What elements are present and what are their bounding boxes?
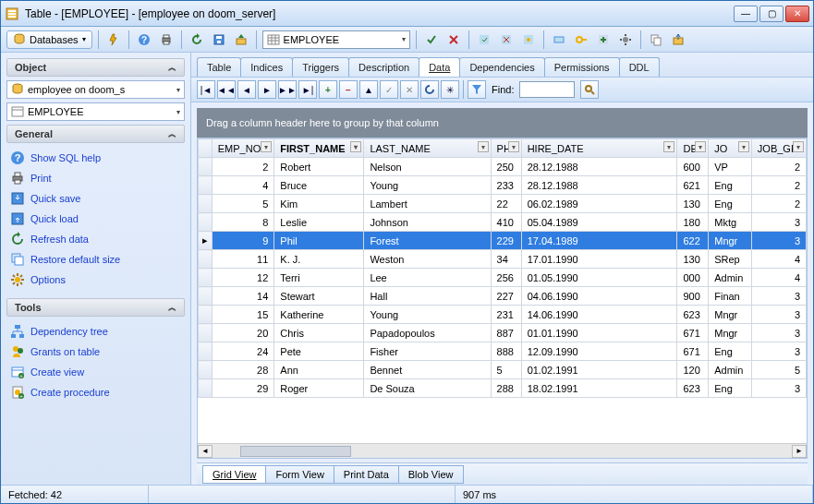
database-combo[interactable]: employee on doom_s ▾ [6, 80, 185, 99]
load-icon[interactable] [232, 30, 250, 49]
view-tab-print-data[interactable]: Print Data [334, 465, 399, 484]
cell-hire_date[interactable]: 01.05.1990 [521, 269, 677, 287]
cell-jo[interactable]: SRep [709, 250, 752, 269]
cell-emp_no[interactable]: 4 [212, 176, 274, 195]
cell-last_name[interactable]: Fisher [364, 342, 491, 361]
tab-permissions[interactable]: Permissions [544, 57, 620, 77]
cell-de[interactable]: 900 [677, 287, 709, 306]
menu-item-show-sql-help[interactable]: ?Show SQL help [10, 149, 181, 167]
tab-dependencies[interactable]: Dependencies [459, 57, 544, 77]
last-record-button[interactable]: ►| [298, 80, 317, 99]
find-input[interactable] [519, 81, 575, 98]
cell-first_name[interactable]: Terri [274, 269, 364, 287]
cell-ph[interactable]: 227 [491, 287, 521, 306]
table-combo[interactable]: EMPLOYEE ▾ [262, 30, 410, 49]
cell-de[interactable]: 671 [677, 324, 709, 342]
cell-first_name[interactable]: Pete [274, 342, 364, 361]
tab-data[interactable]: Data [419, 57, 460, 77]
view-tab-grid-view[interactable]: Grid View [202, 465, 266, 484]
cell-job_gr[interactable]: 3 [751, 324, 806, 342]
cell-jo[interactable]: Mngr [709, 306, 752, 324]
cell-job_gr[interactable]: 2 [751, 195, 806, 213]
cell-job_gr[interactable]: 4 [751, 269, 806, 287]
cell-de[interactable]: 120 [677, 361, 709, 379]
scroll-thumb[interactable] [240, 446, 351, 457]
cell-jo[interactable]: Admin [709, 361, 752, 379]
gear-icon[interactable] [616, 30, 635, 49]
column-header-ph[interactable]: PH▾ [491, 139, 521, 158]
column-header-emp_no[interactable]: EMP_NO▾ [212, 139, 274, 158]
cell-ph[interactable]: 22 [491, 195, 521, 213]
cell-last_name[interactable]: De Souza [364, 379, 491, 398]
table-row[interactable]: ▸9PhilForest22917.04.1989622Mngr3 [199, 232, 807, 250]
cell-jo[interactable]: Eng [709, 176, 752, 195]
cell-emp_no[interactable]: 8 [212, 213, 274, 232]
cell-first_name[interactable]: Ann [274, 361, 364, 379]
cell-hire_date[interactable]: 01.01.1990 [521, 324, 677, 342]
table-row[interactable]: 20ChrisPapadopoulos88701.01.1990671Mngr3 [199, 324, 807, 342]
cell-emp_no[interactable]: 15 [212, 306, 274, 324]
cell-jo[interactable]: Mngr [709, 232, 752, 250]
table-combo-side[interactable]: EMPLOYEE ▾ [6, 102, 185, 121]
cell-jo[interactable]: Eng [709, 195, 752, 213]
table-row[interactable]: 28AnnBennet501.02.1991120Admin5 [199, 361, 807, 379]
cell-emp_no[interactable]: 28 [212, 361, 274, 379]
cell-emp_no[interactable]: 11 [212, 250, 274, 269]
table-row[interactable]: 8LeslieJohnson41005.04.1989180Mktg3 [199, 213, 807, 232]
cell-first_name[interactable]: Kim [274, 195, 364, 213]
filter-icon[interactable]: ▾ [350, 141, 361, 152]
table-row[interactable]: 14StewartHall22704.06.1990900Finan3 [199, 287, 807, 306]
cell-jo[interactable]: VP [709, 158, 752, 176]
cell-first_name[interactable]: K. J. [274, 250, 364, 269]
menu-item-print[interactable]: Print [10, 169, 181, 187]
cell-jo[interactable]: Mktg [709, 213, 752, 232]
delete-button[interactable]: − [339, 80, 358, 99]
cell-jo[interactable]: Admin [709, 269, 752, 287]
check-icon[interactable] [422, 30, 441, 49]
cell-hire_date[interactable]: 17.04.1989 [521, 232, 677, 250]
filter-icon[interactable]: ▾ [261, 141, 272, 152]
post-button[interactable]: ✓ [380, 80, 398, 99]
action-icon[interactable] [497, 30, 516, 49]
cell-hire_date[interactable]: 04.06.1990 [521, 287, 677, 306]
cell-job_gr[interactable]: 3 [751, 342, 806, 361]
cell-last_name[interactable]: Papadopoulos [364, 324, 491, 342]
cell-last_name[interactable]: Young [364, 306, 491, 324]
save-icon[interactable] [210, 30, 228, 49]
object-header[interactable]: Object ︽ [6, 58, 185, 77]
export-icon[interactable] [669, 30, 687, 49]
cell-emp_no[interactable]: 24 [212, 342, 274, 361]
refresh-button[interactable] [420, 80, 439, 99]
cell-job_gr[interactable]: 2 [751, 176, 806, 195]
cross-icon[interactable] [444, 30, 463, 49]
action-icon[interactable] [475, 30, 493, 49]
filter-button[interactable] [468, 80, 486, 99]
table-row[interactable]: 11K. J.Weston3417.01.1990130SRep4 [199, 250, 807, 269]
table-row[interactable]: 2RobertNelson25028.12.1988600VP2 [199, 158, 807, 176]
view-tab-form-view[interactable]: Form View [265, 465, 334, 484]
scroll-right-icon[interactable]: ► [792, 445, 807, 458]
cell-emp_no[interactable]: 5 [212, 195, 274, 213]
cell-de[interactable]: 130 [677, 195, 709, 213]
maximize-button[interactable]: ▢ [759, 6, 784, 22]
cell-first_name[interactable]: Roger [274, 379, 364, 398]
filter-icon[interactable]: ▾ [663, 141, 674, 152]
cell-emp_no[interactable]: 29 [212, 379, 274, 398]
tab-indices[interactable]: Indices [240, 57, 293, 77]
cell-last_name[interactable]: Young [364, 176, 491, 195]
cell-job_gr[interactable]: 3 [751, 379, 806, 398]
cell-first_name[interactable]: Bruce [274, 176, 364, 195]
cell-last_name[interactable]: Bennet [364, 361, 491, 379]
prev-record-button[interactable]: ◄ [237, 80, 256, 99]
cell-hire_date[interactable]: 28.12.1988 [521, 176, 677, 195]
insert-button[interactable]: + [319, 80, 337, 99]
cell-emp_no[interactable]: 14 [212, 287, 274, 306]
table-row[interactable]: 15KatherineYoung23114.06.1990623Mngr3 [199, 306, 807, 324]
cell-ph[interactable]: 410 [491, 213, 521, 232]
scroll-left-icon[interactable]: ◄ [198, 445, 213, 458]
column-header-job_gr[interactable]: JOB_GF▾ [751, 139, 806, 158]
bookmark-button[interactable]: ✳ [441, 80, 459, 99]
cell-hire_date[interactable]: 06.02.1989 [521, 195, 677, 213]
copy-icon[interactable] [647, 30, 665, 49]
cell-ph[interactable]: 888 [491, 342, 521, 361]
